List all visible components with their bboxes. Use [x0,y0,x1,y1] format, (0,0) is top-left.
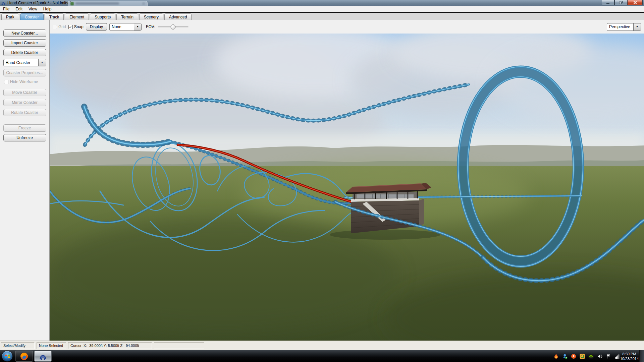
windows-logo-icon [4,353,11,360]
tab-terrain[interactable]: Terrain [116,13,138,20]
rotate-coaster-button[interactable]: Rotate Coaster [3,109,46,116]
dropbox-icon[interactable] [562,354,568,359]
snap-label: Snap [74,24,84,29]
status-cursor-coordinates: Cursor: X: -39.000ft Y: 5.500ft Z: -94.0… [68,342,152,349]
display-mode-value: None [110,23,134,31]
hide-wireframe-row: Hide Wireframe [4,79,49,84]
restore-button[interactable] [614,0,627,5]
tab-element[interactable]: Element [65,13,89,20]
fov-label: FOV: [146,24,155,29]
grid-toggle[interactable]: Grid [53,24,66,29]
system-tray [553,350,620,362]
display-mode-dropdown[interactable]: None ▼ [109,23,142,31]
tab-track[interactable]: Track [45,13,64,20]
window-title: Hand Coaster.nl2park * - NoLimits 2 [7,1,71,5]
status-selection: None Selected [37,342,66,349]
snap-toggle[interactable]: ✓ Snap [68,24,84,29]
minimize-button[interactable] [602,0,614,5]
view-mode-dropdown[interactable]: Perspective ▼ [607,23,641,31]
menu-view[interactable]: View [25,6,40,12]
firefox-taskbar-button[interactable] [15,351,33,362]
show-desktop-button[interactable] [639,350,644,362]
status-bar: Select/Modify None Selected Cursor: X: -… [0,341,644,350]
hide-wireframe-label: Hide Wireframe [10,79,38,84]
minimize-icon [606,1,610,4]
viewport-panel: Grid ✓ Snap Display None ▼ FOV: Perspect… [50,20,644,341]
menu-help[interactable]: Help [40,6,55,12]
grid-label: Grid [58,24,66,29]
editor-tab-bar: Park Coaster Track Element Supports Terr… [0,12,644,20]
delete-coaster-button[interactable]: Delete Coaster [3,49,46,56]
nvidia-icon[interactable] [588,354,594,359]
action-center-flag-icon[interactable] [606,354,611,359]
tab-advanced[interactable]: Advanced [164,13,192,20]
unfreeze-button[interactable]: Unfreeze [3,134,46,141]
tab-scenery[interactable]: Scenery [139,13,163,20]
network-signal-icon[interactable] [614,354,620,359]
coaster-sidebar: New Coaster... Import Coaster Delete Coa… [0,20,50,341]
windows-taskbar: 8:50 PM 10/23/2014 [0,350,644,362]
mirror-coaster-button[interactable]: Mirror Coaster [3,99,46,106]
tab-coaster[interactable]: Coaster [20,13,44,20]
move-coaster-button[interactable]: Move Coaster [3,89,46,96]
taskbar-clock[interactable]: 8:50 PM 10/23/2014 [620,352,638,361]
freeze-button[interactable]: Freeze [3,124,46,132]
menu-edit[interactable]: Edit [12,6,25,12]
chevron-down-icon[interactable]: ▼ [633,23,641,31]
import-coaster-button[interactable]: Import Coaster [3,39,46,47]
title-bar: Hand Coaster.nl2park * - NoLimits 2 [0,0,644,6]
clock-date: 10/23/2014 [620,356,638,361]
coaster-select-value: Hand Coaster [4,59,38,66]
clock-time: 8:50 PM [620,352,638,356]
tab-supports[interactable]: Supports [90,13,115,20]
background-window-tab[interactable] [68,1,148,6]
menu-bar: File Edit View Help [0,6,644,12]
background-tab-blurred-text [75,2,119,5]
tab-park[interactable]: Park [1,13,19,20]
restore-icon [619,1,623,4]
grid-checkbox[interactable] [53,25,57,29]
close-icon [633,1,637,4]
background-tab-icon [70,2,74,5]
new-coaster-button[interactable]: New Coaster... [3,29,46,37]
hide-wireframe-checkbox[interactable] [4,80,8,84]
view-mode-value: Perspective [607,23,633,31]
volume-icon[interactable] [597,354,602,359]
display-button[interactable]: Display [86,23,107,31]
nolimits-icon [39,352,47,360]
nolimits-app-icon [1,1,6,5]
chevron-down-icon[interactable]: ▼ [38,59,46,66]
background-tab-close-icon [142,2,145,5]
chevron-down-icon[interactable]: ▼ [134,23,141,31]
flame-temp-icon[interactable] [553,354,559,359]
fov-slider-thumb[interactable] [170,24,175,29]
viewport-toolbar: Grid ✓ Snap Display None ▼ FOV: Perspect… [50,20,644,34]
green-q-app-icon[interactable] [580,354,585,359]
window-controls [602,0,643,5]
coaster-select-dropdown[interactable]: Hand Coaster ▼ [3,59,46,66]
snap-checkbox[interactable]: ✓ [68,25,73,29]
origin-icon[interactable] [571,354,576,359]
firefox-icon [20,352,29,361]
fov-slider[interactable] [158,24,189,30]
coaster-properties-button[interactable]: Coaster Properties... [3,69,46,76]
nolimits-taskbar-button[interactable] [34,351,52,362]
status-mode: Select/Modify [1,342,35,349]
menu-file[interactable]: File [0,6,12,12]
start-button[interactable] [2,351,13,362]
status-empty-segment [154,342,204,349]
close-button[interactable] [627,0,643,5]
viewport-3d-scene[interactable] [50,34,644,341]
